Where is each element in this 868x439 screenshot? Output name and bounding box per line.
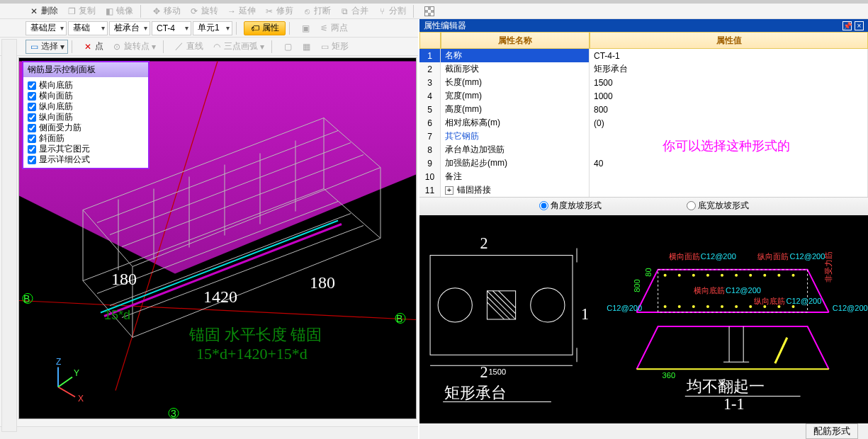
row-name: 备注 [441, 170, 590, 184]
palette-icon [424, 6, 434, 16]
rebar-check-1[interactable]: 横向面筋 [28, 91, 144, 101]
rebar-check-6[interactable]: 显示其它图元 [28, 144, 144, 154]
prop-row-10[interactable]: 10备注 [419, 170, 868, 183]
row-index: 4 [419, 89, 441, 103]
prop-row-8[interactable]: 8承台单边加强筋 [419, 143, 868, 156]
rebar-check-7[interactable]: 显示详细公式 [28, 154, 144, 165]
svg-point-67 [791, 274, 794, 277]
point-button[interactable]: ✕点 [79, 40, 107, 54]
svg-point-61 [706, 274, 709, 277]
svg-text:C12@200: C12@200 [701, 252, 736, 261]
move-button[interactable]: ✥移动 [148, 4, 184, 18]
prop-row-5[interactable]: 5高度(mm)800 [419, 103, 868, 116]
radio-width[interactable]: 底宽放坡形式 [687, 200, 749, 212]
rebar-check-2[interactable]: 纵向底筋 [28, 101, 144, 112]
delete-button[interactable]: ✕删除 [26, 4, 62, 18]
dd-floor[interactable]: 基础层 [26, 21, 67, 35]
toolbar-draw: ▭选择 ▾ ✕点 ⊙旋转点 ▾ ／直线 ◠三点画弧 ▾ ▢ ▦ ▭矩形 [0, 38, 418, 56]
split-button[interactable]: ⑂分割 [373, 4, 410, 18]
rect-button[interactable]: ▭矩形 [316, 40, 352, 54]
row-index: 1 [419, 49, 441, 63]
mirror-button[interactable]: ◧镜像 [101, 4, 137, 18]
row-index: 5 [419, 103, 441, 117]
prop-row-3[interactable]: 3长度(mm)1500 [419, 76, 868, 89]
svg-text:15*d+1420+15*d: 15*d+1420+15*d [196, 345, 308, 363]
svg-point-39 [438, 288, 472, 322]
close-icon[interactable]: × [855, 21, 864, 30]
row-value[interactable]: 1000 [590, 89, 868, 103]
prop-row-7[interactable]: 7其它钢筋 [419, 130, 868, 143]
svg-line-44 [487, 297, 509, 319]
row-index: 6 [419, 116, 441, 130]
row-value[interactable]: 1500 [590, 76, 868, 90]
row-value[interactable]: (0) [590, 116, 868, 130]
rotpoint-button[interactable]: ⊙旋转点 ▾ [108, 40, 159, 54]
svg-text:1: 1 [581, 305, 589, 323]
select-button[interactable]: ▭选择 ▾ [26, 40, 68, 54]
square-button[interactable]: ▢ [279, 40, 296, 54]
svg-text:锚固 水平长度 锚固: 锚固 水平长度 锚固 [188, 326, 322, 343]
prop-row-4[interactable]: 4宽度(mm)1000 [419, 89, 868, 103]
axis-b-left: B [23, 293, 30, 304]
viewport-3d[interactable]: B B 3 [18, 57, 417, 419]
svg-line-42 [487, 291, 515, 319]
prop-row-2[interactable]: 2截面形状矩形承台 [419, 62, 868, 76]
dd-ct4[interactable]: CT-4 [152, 21, 191, 35]
two-points-button[interactable]: ⚟两点 [315, 21, 351, 35]
dd-unit[interactable]: 单元1 [193, 21, 232, 35]
arc3-button[interactable]: ◠三点画弧 ▾ [208, 40, 268, 54]
attr-button[interactable]: 🏷属性 [244, 21, 286, 35]
extend-button[interactable]: →延伸 [223, 4, 259, 18]
row-value[interactable] [590, 130, 868, 144]
grid-button[interactable]: ▦ [298, 40, 315, 54]
row-value[interactable]: 矩形承台 [590, 62, 868, 76]
svg-text:C12@200: C12@200 [786, 297, 821, 305]
svg-text:C12@200: C12@200 [726, 286, 761, 295]
svg-text:2: 2 [480, 363, 487, 381]
merge-button[interactable]: ⧉合并 [336, 4, 372, 18]
tag-icon: 🏷 [250, 23, 260, 33]
rebar-check-5[interactable]: 斜面筋 [28, 133, 144, 144]
svg-text:C12@200: C12@200 [607, 304, 642, 312]
dd-pilecap[interactable]: 桩承台 [109, 21, 150, 35]
rebar-display-panel[interactable]: 钢筋显示控制面板 横向底筋横向面筋纵向底筋纵向面筋侧面受力筋斜面筋显示其它图元显… [22, 61, 150, 169]
row-value[interactable] [590, 143, 868, 157]
svg-text:纵向面筋: 纵向面筋 [757, 252, 789, 261]
prop-row-1[interactable]: 1名称CT-4-1 [419, 49, 868, 62]
rebar-check-4[interactable]: 侧面受力筋 [28, 122, 144, 133]
pin-icon[interactable]: 📌 [842, 21, 852, 30]
svg-text:1500: 1500 [488, 367, 506, 376]
prop-row-11[interactable]: 11锚固搭接 [419, 183, 868, 197]
svg-point-70 [692, 305, 695, 308]
radio-angle[interactable]: 角度放坡形式 [539, 200, 602, 212]
svg-text:80: 80 [644, 268, 653, 276]
rotate-button[interactable]: ⟳旋转 [186, 4, 222, 18]
svg-text:15*d: 15*d [104, 308, 130, 322]
svg-text:X: X [78, 394, 84, 404]
break-button[interactable]: ⎋打断 [298, 4, 334, 18]
row-value[interactable]: 800 [590, 103, 868, 117]
dd-foundation[interactable]: 基础 [68, 21, 108, 35]
svg-text:180: 180 [310, 273, 335, 292]
prop-row-6[interactable]: 6相对底标高(m)(0) [419, 116, 868, 130]
row-value[interactable] [590, 170, 868, 184]
prop-grid-header: 属性名称属性值 [419, 32, 868, 49]
copy-button[interactable]: ❐复制 [63, 4, 99, 18]
main-split: 基础层 基础 桩承台 CT-4 单元1 🏷属性 ▣ ⚟两点 ▭选择 ▾ ✕点 ⊙… [0, 19, 868, 439]
rebar-form-button[interactable]: 配筋形式 [806, 423, 858, 439]
prop-row-9[interactable]: 9加强筋起步(mm)40 [419, 156, 868, 170]
rebar-check-3[interactable]: 纵向面筋 [28, 112, 144, 122]
right-pane: 属性编辑器 📌× 属性名称属性值 1名称CT-4-12截面形状矩形承台3长度(m… [419, 19, 868, 439]
row-value[interactable]: CT-4-1 [590, 49, 868, 63]
line-button[interactable]: ／直线 [171, 40, 207, 54]
svg-text:Z: Z [56, 357, 61, 367]
row-value[interactable]: 40 [590, 156, 868, 171]
snap1-button[interactable]: ▣ [297, 21, 314, 35]
axis-b-right: B [396, 313, 402, 324]
svg-point-69 [678, 305, 681, 308]
palette-button[interactable] [421, 4, 438, 18]
svg-point-73 [735, 305, 738, 308]
rebar-check-0[interactable]: 横向底筋 [28, 80, 144, 91]
trim-button[interactable]: ✂修剪 [261, 4, 297, 18]
row-value[interactable] [590, 183, 868, 198]
